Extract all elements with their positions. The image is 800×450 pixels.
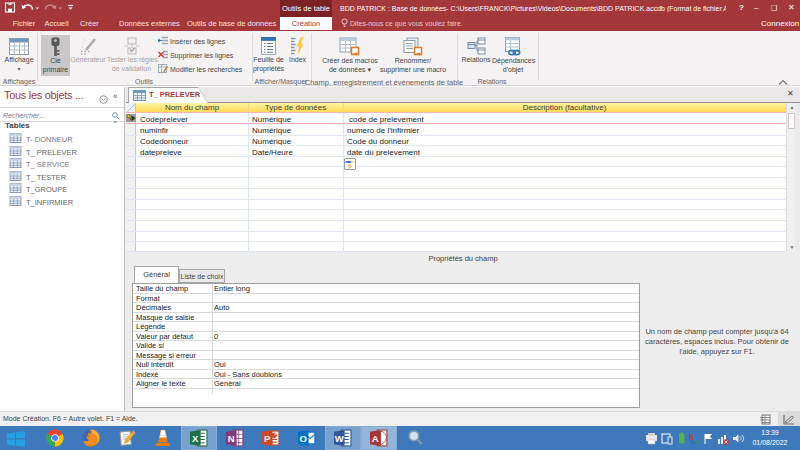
- svg-text:S: S: [689, 432, 694, 442]
- svg-text:X: X: [192, 433, 199, 444]
- svg-text:W: W: [335, 433, 344, 444]
- svg-text:P: P: [264, 433, 271, 444]
- svg-text:N: N: [228, 433, 235, 444]
- svg-text:O: O: [300, 433, 307, 444]
- svg-text:A: A: [372, 433, 379, 444]
